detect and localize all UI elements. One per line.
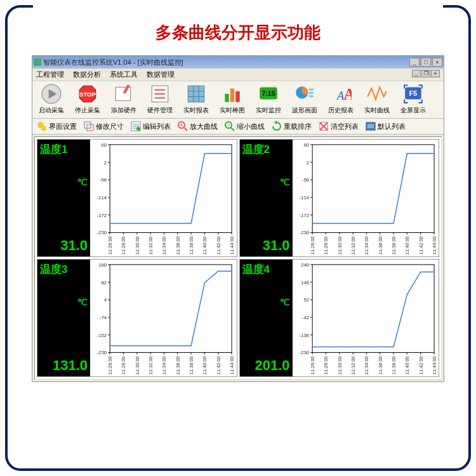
main-toolbar: 启动采集STOP停止采集添加硬件硬件管理实时报表实时棒图7:15实时监控波形画面… [32, 81, 444, 119]
svg-text:-230: -230 [96, 230, 107, 235]
svg-text:11:30:00: 11:30:00 [135, 236, 140, 255]
zoomin-icon [177, 121, 188, 132]
panel-title: 温度2 [242, 142, 290, 157]
svg-text:-230: -230 [299, 230, 309, 235]
svg-text:11:30:00: 11:30:00 [135, 356, 140, 374]
tool2-default[interactable]: 默认列表 [364, 120, 407, 133]
svg-text:11:40:00: 11:40:00 [202, 236, 208, 255]
svg-text:11:40:00: 11:40:00 [404, 236, 410, 255]
default-icon [365, 121, 376, 132]
chart-grid: 温度1℃31.0602-56-114-172-23011:26:0011:28:… [37, 139, 439, 377]
svg-text:7:15: 7:15 [261, 89, 275, 97]
svg-rect-51 [110, 145, 232, 232]
svg-rect-4 [116, 87, 130, 100]
tool-stop[interactable]: STOP停止采集 [70, 83, 105, 117]
svg-text:11:28:00: 11:28:00 [121, 356, 126, 374]
mdi-restore-button[interactable]: ❐ [421, 70, 430, 77]
tool2-label: 默认列表 [378, 122, 406, 131]
svg-text:11:30:00: 11:30:00 [336, 356, 342, 374]
tool2-zoomin[interactable]: 放大曲线 [176, 120, 219, 133]
svg-text:52: 52 [303, 297, 309, 303]
menu-tools[interactable]: 系统工具 [110, 70, 138, 79]
svg-text:11:40:00: 11:40:00 [202, 356, 208, 374]
tool2-editlist[interactable]: 编辑列表 [129, 120, 172, 133]
svg-rect-150 [312, 265, 434, 352]
svg-text:11:36:00: 11:36:00 [377, 236, 383, 255]
menu-project[interactable]: 工程管理 [36, 70, 64, 79]
menu-analysis[interactable]: 数据分析 [73, 70, 101, 79]
tool-label: 硬件管理 [147, 106, 173, 115]
svg-rect-21 [308, 89, 313, 91]
svg-text:11:44:00: 11:44:00 [432, 356, 437, 374]
svg-text:146: 146 [301, 280, 310, 286]
tool-f5[interactable]: F5全屏显示 [395, 83, 431, 117]
svg-point-36 [136, 127, 140, 131]
stop-icon: STOP [77, 83, 98, 105]
page-caption: 多条曲线分开显示功能 [19, 22, 457, 44]
secondary-toolbar: 界面设置修改尺寸编辑列表放大曲线缩小曲线重载排序清空列表默认列表 [32, 119, 444, 135]
tool2-label: 编辑列表 [143, 122, 171, 131]
tool-clock[interactable]: 7:15实时监控 [251, 83, 286, 117]
grid-icon [185, 83, 207, 105]
zoomout-icon [224, 121, 235, 132]
panel-unit: ℃ [242, 177, 290, 187]
tool2-reload[interactable]: 重载排序 [270, 120, 313, 133]
panel-2: 温度2℃31.0602-56-114-172-23011:26:0011:28:… [239, 139, 440, 257]
tool2-resize[interactable]: 修改尺寸 [82, 120, 125, 133]
svg-text:11:38:00: 11:38:00 [391, 236, 397, 255]
mdi-close-button[interactable]: × [431, 70, 440, 77]
menu-data[interactable]: 数据管理 [147, 70, 175, 79]
tool2-clear[interactable]: 清空列表 [317, 120, 360, 133]
svg-text:11:28:00: 11:28:00 [121, 236, 126, 255]
svg-text:-152: -152 [96, 333, 107, 338]
tool-font[interactable]: AA历史报表 [323, 83, 359, 117]
close-button[interactable]: × [432, 58, 442, 67]
svg-text:11:34:00: 11:34:00 [364, 236, 369, 255]
panel-title: 温度3 [40, 262, 88, 277]
svg-line-38 [184, 128, 187, 131]
tool-grid[interactable]: 实时报表 [178, 83, 214, 117]
tool-play[interactable]: 启动采集 [34, 83, 69, 117]
svg-text:11:42:00: 11:42:00 [216, 356, 221, 374]
tool2-label: 重载排序 [284, 122, 312, 131]
panel-info: 温度2℃31.0 [240, 140, 293, 256]
tool-pie[interactable]: 波形画面 [287, 83, 322, 117]
font-icon: AA [330, 83, 352, 105]
tool-label: 历史报表 [328, 106, 354, 115]
panel-info: 温度4℃201.0 [240, 260, 293, 376]
svg-text:11:38:00: 11:38:00 [188, 356, 194, 374]
tool-edit[interactable]: 添加硬件 [106, 83, 142, 117]
maximize-button[interactable]: □ [421, 58, 431, 67]
tool2-gears[interactable]: 界面设置 [35, 120, 78, 133]
panel-chart[interactable]: 602-56-114-172-23011:26:0011:28:0011:30:… [293, 140, 439, 256]
svg-rect-22 [308, 92, 313, 94]
tool-label: 停止采集 [75, 106, 100, 115]
panel-chart[interactable]: 160824-74-152-23011:26:0011:28:0011:30:0… [90, 260, 237, 376]
panel-title: 温度4 [242, 262, 290, 277]
panel-chart[interactable]: 602-56-114-172-23011:26:0011:28:0011:30:… [90, 140, 237, 256]
mdi-minimize-button[interactable]: _ [412, 70, 421, 77]
tool-bars[interactable]: 实时棒图 [215, 83, 250, 117]
minimize-button[interactable]: _ [409, 58, 420, 67]
svg-text:11:34:00: 11:34:00 [161, 236, 167, 255]
app-icon [34, 58, 41, 66]
panel-unit: ℃ [40, 297, 88, 307]
svg-text:11:28:00: 11:28:00 [323, 236, 329, 255]
tool2-zoomout[interactable]: 缩小曲线 [223, 120, 266, 133]
panel-chart[interactable]: 24014652-42-136-23011:26:0011:28:0011:30… [293, 260, 439, 376]
svg-text:11:42:00: 11:42:00 [418, 356, 423, 374]
svg-text:11:26:00: 11:26:00 [107, 356, 113, 374]
svg-line-42 [231, 128, 234, 131]
svg-rect-31 [87, 124, 93, 131]
svg-text:-114: -114 [299, 195, 309, 201]
svg-text:11:44:00: 11:44:00 [432, 236, 437, 255]
tool-list[interactable]: 硬件管理 [142, 83, 178, 117]
svg-text:-230: -230 [299, 350, 309, 355]
tool-label: 全屏显示 [400, 106, 426, 115]
svg-text:11:28:00: 11:28:00 [323, 356, 329, 374]
svg-text:-114: -114 [96, 195, 107, 201]
tool-label: 实时监控 [256, 106, 281, 115]
tool-wave[interactable]: 实时曲线 [359, 83, 395, 117]
svg-text:11:40:00: 11:40:00 [404, 356, 410, 374]
edit-icon [113, 83, 135, 105]
